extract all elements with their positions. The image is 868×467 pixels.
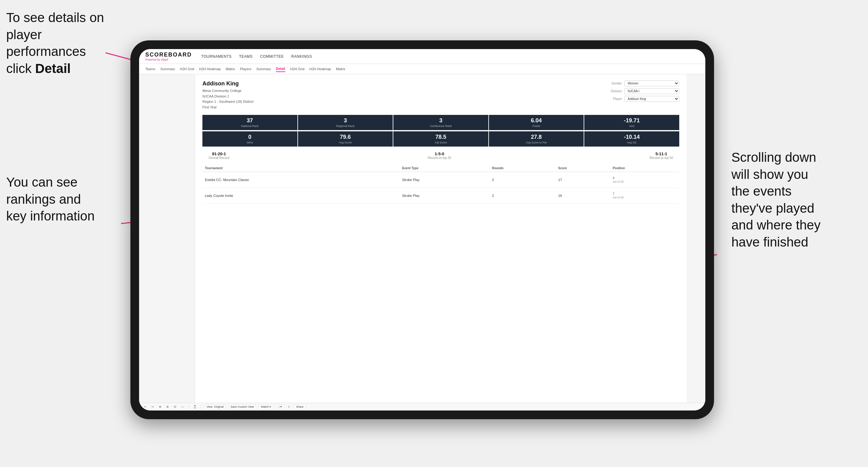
player-label: Player (605, 97, 622, 101)
annotation-bl-line1: You can see (6, 175, 78, 189)
sub-nav-matrix[interactable]: Matrix (226, 66, 235, 72)
stat-avg-score-par: 27.8 Avg Score to Par (489, 131, 584, 147)
stat-value-sos: -19.71 (587, 117, 676, 124)
records-row: 91-20-1 Overall Record 1-5-0 Record vs t… (203, 152, 679, 160)
record-overall-label: Overall Record (209, 156, 229, 160)
toolbar-clock[interactable]: ⌛ (192, 405, 198, 409)
nav-items: TOURNAMENTS TEAMS COMMITTEE RANKINGS (201, 53, 312, 60)
annotation-bold: Detail (35, 61, 70, 76)
bottom-toolbar: ↩ ↪ ⊕ ⊕ ⊡ — ⌛ View: Original Save Custom… (139, 403, 705, 410)
tablet-device: SCOREBOARD Powered by clippd TOURNAMENTS… (130, 40, 714, 419)
stat-wins: 0 Wins (203, 131, 298, 147)
division-control: Division NJCAA I (605, 88, 679, 94)
record-top25-value: 1-5-0 (428, 152, 452, 156)
stat-value-national: 37 (206, 117, 294, 124)
th-score: Score (556, 164, 610, 172)
record-top25-label: Record vs top 25 (428, 156, 452, 160)
content-area[interactable]: Addison King Mesa Community College NJCA… (195, 74, 687, 403)
toolbar-sep2 (201, 405, 201, 409)
th-tournament: Tournament (203, 164, 400, 172)
save-custom-label: Save Custom View (230, 405, 254, 408)
stat-value-avg-sg: -10.14 (587, 134, 676, 141)
annotation-r-line5: and where they (732, 218, 820, 232)
annotation-line3: click (6, 61, 35, 76)
stat-value-avg-par: 27.8 (492, 134, 581, 141)
left-sidebar (139, 74, 195, 403)
sub-nav-teams[interactable]: Teams (145, 66, 155, 72)
toolbar-redo[interactable]: ↪ (150, 405, 155, 409)
player-controls: Gender Women Division NJCAA I (605, 81, 679, 110)
stat-value-regional: 3 (301, 117, 390, 124)
toolbar-btn4[interactable]: ⊕ (165, 405, 170, 409)
annotation-line2: player performances (6, 27, 86, 59)
sub-nav-matrix2[interactable]: Matrix (336, 66, 345, 72)
stat-label-conference: Conference Rank (397, 125, 485, 128)
sub-nav-h2h-heatmap[interactable]: H2H Heatmap (199, 66, 221, 72)
division-label: Division (605, 89, 622, 93)
toolbar-btn3[interactable]: ⊕ (158, 405, 163, 409)
player-info: Addison King Mesa Community College NJCA… (203, 81, 253, 110)
toolbar-share[interactable]: Share (294, 404, 306, 409)
nav-teams[interactable]: TEAMS (239, 53, 253, 60)
table-row[interactable]: Estella CC- Mountain Classic Stroke Play… (203, 172, 679, 188)
toolbar-view-original[interactable]: View: Original (204, 404, 226, 409)
stat-label-adj-score: Adj Score (397, 141, 485, 144)
sub-nav-h2h-heatmap2[interactable]: H2H Heatmap (310, 66, 331, 72)
right-sidebar (687, 74, 705, 403)
sub-nav-players[interactable]: Players (240, 66, 251, 72)
record-overall: 91-20-1 Overall Record (209, 152, 229, 160)
stat-value-conference: 3 (397, 117, 485, 124)
annotation-line1: To see details on (6, 10, 104, 25)
player-division: NJCAA Division 1 (203, 94, 253, 99)
th-position: Position (610, 164, 679, 172)
sub-nav-summary[interactable]: Summary (160, 66, 175, 72)
stat-label-avg-sg: Avg SG (587, 141, 676, 144)
toolbar-save-custom[interactable]: Save Custom View (228, 404, 256, 409)
record-top50-value: 5-11-1 (649, 152, 673, 156)
toolbar-screen[interactable]: □ ▾ (276, 404, 284, 409)
gender-select[interactable]: Women (624, 81, 679, 86)
nav-rankings[interactable]: RANKINGS (291, 53, 312, 60)
toolbar-watch[interactable]: Watch ▾ (258, 404, 273, 409)
table-row[interactable]: Lady Coyote Invite Stroke Play 2 16 7out… (203, 188, 679, 204)
td-position-2: 7out of 20 (610, 188, 679, 204)
td-event-type-1: Stroke Play (400, 172, 490, 188)
toolbar-btn5[interactable]: ⊡ (173, 405, 178, 409)
td-position-1: 4out of 20 (610, 172, 679, 188)
player-college: Mesa Community College (203, 88, 253, 94)
stat-points: 6.04 Points (489, 115, 584, 130)
nav-committee[interactable]: COMMITTEE (260, 53, 284, 60)
toolbar-undo[interactable]: ↩ (143, 405, 148, 409)
td-tournament-2: Lady Coyote Invite (203, 188, 400, 204)
screen-label: □ ▾ (278, 405, 282, 408)
sub-nav-detail[interactable]: Detail (276, 66, 285, 72)
annotation-right: Scrolling down will show you the events … (732, 149, 862, 251)
th-rounds: Rounds (490, 164, 556, 172)
stat-regional-rank: 3 Regional Rank (298, 115, 393, 130)
stat-label-sos: SoS (587, 125, 676, 128)
sub-nav-h2h-grid2[interactable]: H2H Grid (290, 66, 305, 72)
division-select[interactable]: NJCAA I (624, 88, 679, 94)
stat-label-points: Points (492, 125, 581, 128)
player-select[interactable]: Addison King (624, 96, 679, 102)
nav-tournaments[interactable]: TOURNAMENTS (201, 53, 231, 60)
toolbar-expand[interactable]: ⤢ (286, 405, 291, 409)
td-rounds-1: 2 (490, 172, 556, 188)
annotation-bottom-left: You can see rankings and key information (6, 174, 124, 225)
sub-nav-summary2[interactable]: Summary (256, 66, 271, 72)
annotation-top-left: To see details on player performances cl… (6, 9, 124, 77)
stat-value-adj-score: 78.5 (397, 134, 485, 141)
logo-powered: Powered by clippd (145, 58, 192, 61)
stat-label-avg-par: Avg Score to Par (492, 141, 581, 144)
stat-adj-score: 78.5 Adj Score (393, 131, 488, 147)
table-header-row: Tournament Event Type Rounds Score Posit… (203, 164, 679, 172)
th-event-type: Event Type (400, 164, 490, 172)
view-original-label: View: Original (207, 405, 223, 408)
main-content: Addison King Mesa Community College NJCA… (139, 74, 705, 403)
sub-nav-h2h-grid[interactable]: H2H Grid (180, 66, 194, 72)
stat-avg-score: 79.6 Avg Score (298, 131, 393, 147)
stat-conference-rank: 3 Conference Rank (393, 115, 488, 130)
td-score-2: 16 (556, 188, 610, 204)
share-label: Share (296, 405, 304, 408)
toolbar-btn6[interactable]: — (180, 405, 185, 409)
